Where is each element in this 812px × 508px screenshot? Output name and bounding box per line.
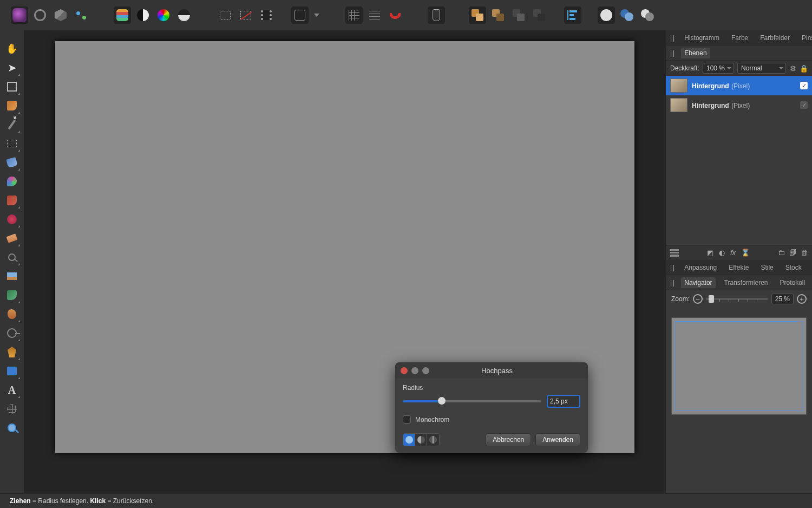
preview-mode-2[interactable]	[415, 434, 427, 446]
layer-visibility-checkbox[interactable]: ✓	[800, 82, 808, 89]
add-layer-icon[interactable]: 🗐	[789, 249, 796, 257]
bw-adjust-button[interactable]	[134, 6, 152, 24]
swatches-button[interactable]	[114, 6, 131, 24]
quick-mask-button[interactable]	[291, 6, 309, 24]
fill-tool[interactable]	[4, 155, 19, 170]
bool-add-button[interactable]	[598, 6, 615, 24]
persona-liquify[interactable]	[31, 6, 49, 24]
bool-sub-button[interactable]	[618, 6, 636, 24]
color-brush-tool[interactable]	[4, 174, 19, 189]
zoom-in-button[interactable]: +	[797, 294, 807, 304]
paint-brush-tool[interactable]	[4, 193, 19, 208]
dialog-titlebar[interactable]: Hochpass	[395, 362, 588, 379]
bool-int-button[interactable]	[639, 6, 656, 24]
hochpass-dialog: Hochpass Radius Monochrom Abbrechen Anwe…	[395, 362, 588, 453]
zoom-out-button[interactable]: −	[693, 294, 703, 304]
arrange-back-button[interactable]	[489, 6, 507, 24]
hand-tool[interactable]: ✋	[4, 41, 19, 56]
live-filter-icon[interactable]: ⌛	[741, 249, 750, 257]
layer-row[interactable]: Hintergrund (Pixel) ✓	[666, 76, 812, 95]
guides-toggle[interactable]	[366, 6, 383, 24]
tab-layers[interactable]: Ebenen	[681, 48, 710, 58]
delete-layer-icon[interactable]: 🗑	[801, 249, 808, 257]
tab-stock[interactable]: Stock	[782, 262, 805, 273]
mask-icon[interactable]: ◩	[707, 249, 713, 257]
navigator-viewport[interactable]	[675, 321, 803, 411]
marquee-tool[interactable]	[4, 136, 19, 151]
wet-brush-tool[interactable]	[4, 288, 19, 303]
layer-row[interactable]: Hintergrund (Pixel) ✓	[666, 95, 812, 115]
blendmode-dropdown[interactable]: Normal	[737, 63, 786, 74]
tab-swatches[interactable]: Farbfelder	[757, 32, 793, 43]
arrange-back-icon	[492, 9, 504, 21]
heal-tool[interactable]	[4, 212, 19, 227]
tab-adjust[interactable]: Anpassung	[681, 262, 720, 273]
tab-history[interactable]: Protokoll	[777, 277, 809, 288]
lock-icon[interactable]: 🔒	[800, 64, 808, 72]
monochrome-checkbox[interactable]	[403, 415, 411, 424]
arrange-front-button[interactable]	[469, 6, 486, 24]
zoom-slider-thumb[interactable]	[709, 295, 714, 303]
zoom-value[interactable]: 25 %	[771, 294, 794, 304]
filmstrip-icon	[261, 10, 272, 20]
opacity-dropdown[interactable]: 100 %	[703, 63, 734, 74]
right-panel: || Histogramm Farbe Farbfelder Pinsel ≡.…	[666, 30, 812, 493]
magic-wand-tool[interactable]	[4, 117, 19, 132]
apply-button[interactable]: Anwenden	[535, 433, 580, 446]
preview-mode-1[interactable]	[403, 434, 415, 446]
adjust-layer-icon[interactable]: ◐	[719, 249, 725, 257]
tab-brush[interactable]: Pinsel	[798, 32, 812, 43]
tab-color[interactable]: Farbe	[728, 32, 751, 43]
tab-fx[interactable]: Effekte	[725, 262, 752, 273]
color-brush-icon	[7, 177, 17, 186]
dodge-tool[interactable]	[4, 325, 19, 341]
grid-toggle[interactable]	[345, 6, 363, 24]
mesh-tool[interactable]	[4, 401, 19, 416]
preview-mode-3[interactable]	[427, 434, 439, 446]
tab-transform[interactable]: Transformieren	[721, 277, 771, 288]
scatter-icon	[75, 9, 87, 21]
move-tool[interactable]: ➤	[4, 60, 19, 75]
selection-new-button[interactable]	[217, 6, 234, 24]
selection-brush-tool[interactable]	[4, 98, 19, 113]
layer-visibility-checkbox[interactable]: ✓	[800, 101, 808, 109]
shape-tool[interactable]	[4, 363, 19, 379]
close-traffic-light[interactable]	[401, 367, 408, 374]
layers-icon[interactable]	[670, 249, 679, 257]
selection-deselect-button[interactable]	[237, 6, 254, 24]
zoom-eyedropper-tool[interactable]	[4, 250, 19, 265]
align-button[interactable]	[564, 6, 581, 24]
radius-input[interactable]	[547, 395, 580, 408]
persona-export[interactable]	[73, 6, 90, 24]
tab-histogram[interactable]: Histogramm	[681, 32, 723, 43]
grid-icon	[349, 10, 359, 21]
app-icon	[12, 8, 27, 22]
crop-tool[interactable]	[4, 79, 19, 94]
tab-navigator[interactable]: Navigator	[681, 277, 715, 288]
gear-icon[interactable]: ⚙	[789, 64, 797, 72]
persona-develop[interactable]	[52, 6, 69, 24]
split-tone-button[interactable]	[175, 6, 193, 24]
pen-tool[interactable]	[4, 344, 19, 360]
radius-slider-thumb[interactable]	[438, 397, 446, 405]
smudge-tool[interactable]	[4, 307, 19, 322]
eraser-tool[interactable]	[4, 231, 19, 246]
snap-toggle[interactable]	[387, 6, 404, 24]
folder-icon[interactable]: 🗀	[778, 249, 785, 257]
tab-styles[interactable]: Stile	[757, 262, 776, 273]
cancel-button[interactable]: Abbrechen	[486, 433, 531, 446]
hue-wheel-button[interactable]	[155, 6, 172, 24]
spray-history-button[interactable]	[428, 6, 445, 24]
quick-mask-dropdown[interactable]	[312, 6, 322, 24]
navigator-preview[interactable]	[671, 317, 807, 415]
zoom-slider[interactable]	[706, 298, 768, 300]
radius-slider[interactable]	[403, 400, 541, 402]
landscape-tool[interactable]	[4, 269, 19, 284]
arrange-forward-button[interactable]	[510, 6, 527, 24]
zoom-tool[interactable]	[4, 420, 19, 435]
persona-photo[interactable]	[11, 6, 28, 24]
selection-invert-button[interactable]	[258, 6, 275, 24]
text-tool[interactable]: A	[4, 382, 19, 398]
fx-icon[interactable]: fx	[730, 249, 736, 257]
arrange-backward-button[interactable]	[531, 6, 548, 24]
